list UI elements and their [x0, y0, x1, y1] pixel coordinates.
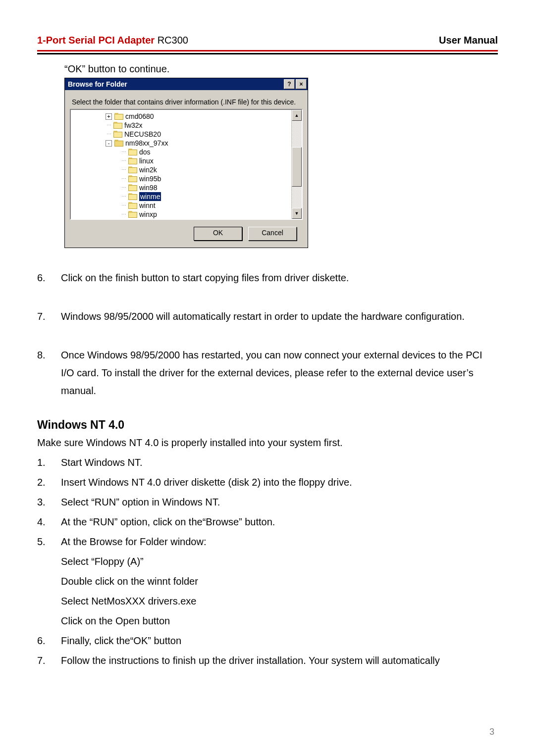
step: 1.Start Windows NT.	[37, 454, 498, 471]
tree-item-label: win95b	[139, 174, 161, 183]
folder-icon	[128, 211, 137, 218]
header-rule	[37, 50, 498, 54]
tree-item[interactable]: ⋯win98	[106, 183, 290, 192]
scroll-up-button[interactable]: ▲	[292, 110, 302, 121]
folder-icon	[113, 122, 122, 129]
step-text: At the Browse for Folder window:	[61, 533, 498, 551]
tree-item[interactable]: ⋯linux	[106, 156, 290, 165]
step-number: 3.	[37, 493, 61, 511]
tree-item-label: nm98xx_97xx	[125, 139, 168, 148]
step-text: Click on the finish button to start copy…	[61, 269, 498, 287]
step-number: 6.	[37, 632, 61, 650]
step-number: 7.	[37, 307, 61, 325]
step-number: 7.	[37, 652, 61, 669]
tree-connector: ⋯	[120, 210, 127, 219]
tree-item[interactable]: ⋯winme	[106, 192, 290, 201]
step-number: 1.	[37, 454, 61, 471]
scrollbar: ▲ ▼	[291, 110, 302, 219]
tree-item-label: winxp	[139, 210, 157, 219]
header-left: 1-Port Serial PCI Adapter RC300	[37, 35, 188, 46]
tree-item-label: win98	[139, 183, 158, 192]
folder-tree: +cmd0680⋯fw32x⋯NECUSB20-nm98xx_97xx⋯dos⋯…	[70, 109, 303, 220]
section-heading: Windows NT 4.0	[37, 418, 498, 432]
folder-icon	[128, 202, 137, 209]
step-text: Select “RUN” option in Windows NT.	[61, 493, 498, 511]
folder-tree-content[interactable]: +cmd0680⋯fw32x⋯NECUSB20-nm98xx_97xx⋯dos⋯…	[71, 110, 291, 219]
step: 7.Windows 98/95/2000 will automatically …	[37, 307, 498, 325]
continuation-line: “OK” button to continue.	[64, 63, 498, 75]
step: 2.Insert Windows NT 4.0 driver diskette …	[37, 473, 498, 491]
tree-item[interactable]: ⋯win95b	[106, 174, 290, 183]
tree-item-label: NECUSB20	[124, 130, 161, 139]
tree-item-label: winme	[139, 192, 161, 201]
folder-icon	[128, 149, 137, 155]
tree-item[interactable]: -nm98xx_97xx	[106, 139, 290, 148]
ok-button[interactable]: OK	[194, 227, 242, 241]
tree-connector: ⋯	[106, 130, 112, 139]
page-number: 3	[489, 727, 494, 737]
tree-item[interactable]: +cmd0680	[106, 112, 290, 121]
step-text: Finally, click the“OK” button	[61, 632, 498, 650]
folder-icon	[113, 131, 122, 138]
scroll-track[interactable]	[292, 121, 302, 208]
step-number: 6.	[37, 269, 61, 287]
step-text: Windows 98/95/2000 will automatically re…	[61, 307, 498, 325]
step-number: 4.	[37, 513, 61, 531]
product-name: 1-Port Serial PCI Adapter	[37, 35, 155, 46]
tree-item[interactable]: ⋯fw32x	[106, 121, 290, 130]
substep: Double click on the winnt folder	[37, 572, 498, 590]
tree-connector: ⋯	[120, 174, 127, 183]
step: 4.At the “RUN” option, click on the“Brow…	[37, 513, 498, 531]
substep: Click on the Open button	[37, 612, 498, 630]
step: 5.At the Browse for Folder window:	[37, 533, 498, 551]
tree-item-label: linux	[139, 156, 154, 165]
folder-icon	[128, 193, 137, 200]
folder-icon	[114, 113, 123, 120]
tree-connector: ⋯	[120, 183, 127, 192]
expander-icon[interactable]: +	[106, 113, 112, 120]
cancel-button[interactable]: Cancel	[248, 227, 297, 241]
tree-item-label: winnt	[139, 201, 156, 210]
product-model: RC300	[155, 35, 188, 46]
folder-icon	[128, 184, 137, 191]
substep: Select “Floppy (A)”	[37, 553, 498, 570]
folder-icon	[128, 166, 137, 173]
step: 6.Finally, click the“OK” button	[37, 632, 498, 650]
step-number: 8.	[37, 346, 61, 400]
help-button[interactable]: ?	[284, 79, 295, 89]
scroll-thumb[interactable]	[292, 147, 302, 187]
tree-connector: ⋯	[120, 201, 127, 210]
step: 7.Follow the instructions to finish up t…	[37, 652, 498, 669]
tree-connector: ⋯	[120, 165, 127, 174]
substep: Select NetMosXXX drivers.exe	[37, 592, 498, 610]
tree-connector: ⋯	[106, 121, 112, 130]
tree-connector: ⋯	[120, 148, 127, 156]
folder-icon	[114, 140, 123, 147]
step: 3.Select “RUN” option in Windows NT.	[37, 493, 498, 511]
tree-item[interactable]: ⋯NECUSB20	[106, 130, 290, 139]
browse-for-folder-dialog: Browse for Folder ? × Select the folder …	[64, 78, 308, 248]
close-button[interactable]: ×	[296, 79, 307, 89]
tree-connector: ⋯	[120, 156, 127, 165]
step-text: Follow the instructions to finish up the…	[61, 652, 498, 669]
header-right: User Manual	[439, 35, 498, 46]
page-header: 1-Port Serial PCI Adapter RC300 User Man…	[37, 35, 498, 50]
section-intro: Make sure Windows NT 4.0 is properly ins…	[37, 434, 498, 452]
dialog-instruction: Select the folder that contains driver i…	[70, 95, 303, 109]
scroll-down-button[interactable]: ▼	[292, 208, 302, 219]
step-number: 5.	[37, 533, 61, 551]
step-number: 2.	[37, 473, 61, 491]
expander-icon[interactable]: -	[106, 140, 112, 147]
tree-item-label: cmd0680	[125, 112, 154, 121]
tree-item-label: fw32x	[124, 121, 143, 130]
tree-connector: ⋯	[120, 192, 127, 201]
step-text: Once Windows 98/95/2000 has restarted, y…	[61, 346, 498, 400]
tree-item[interactable]: ⋯winnt	[106, 201, 290, 210]
step: 8.Once Windows 98/95/2000 has restarted,…	[37, 346, 498, 400]
tree-item[interactable]: ⋯win2k	[106, 165, 290, 174]
tree-item[interactable]: ⋯dos	[106, 148, 290, 156]
tree-item[interactable]: ⋯winxp	[106, 210, 290, 219]
step-text: Insert Windows NT 4.0 driver diskette (d…	[61, 473, 498, 491]
tree-item-label: dos	[139, 148, 151, 156]
dialog-title: Browse for Folder	[68, 80, 283, 88]
